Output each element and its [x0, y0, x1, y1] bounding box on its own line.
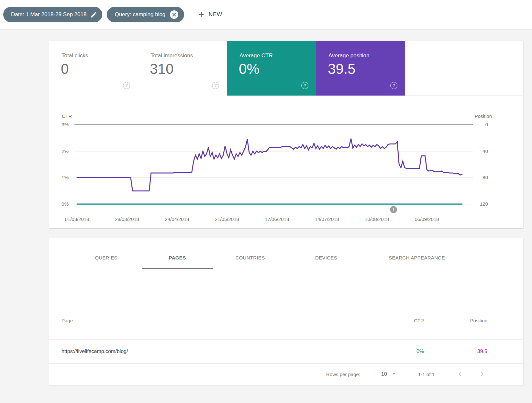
pagination-range-label: 1-1 of 1 [418, 372, 435, 377]
average-position-card[interactable]: Average position 39.5 ? [316, 41, 405, 96]
svg-text:CTR: CTR [62, 113, 72, 119]
svg-text:28/03/2018: 28/03/2018 [115, 216, 139, 222]
dimension-tabs: QUERIES PAGES COUNTRIES DEVICES SEARCH A… [49, 238, 523, 269]
svg-text:3%: 3% [61, 122, 69, 127]
svg-text:0: 0 [485, 122, 488, 127]
tab-queries[interactable]: QUERIES [71, 238, 142, 269]
rows-per-page-label: Rows per page: [326, 372, 360, 377]
dropdown-caret-icon[interactable]: ▾ [393, 371, 395, 376]
svg-text:40: 40 [482, 148, 488, 154]
svg-text:24/04/2018: 24/04/2018 [165, 216, 189, 222]
help-icon[interactable]: ? [301, 82, 308, 89]
svg-text:1%: 1% [61, 175, 69, 180]
help-icon[interactable]: ? [123, 82, 130, 89]
metric-row-filler [405, 41, 523, 95]
performance-chart: CTRPosition3%2%1%0%0408012001/03/201828/… [49, 104, 523, 228]
filter-bar: Date: 1 Mar 2018-29 Sep 2018 Query: camp… [0, 0, 532, 29]
ctr-position-line-chart: CTRPosition3%2%1%0%0408012001/03/201828/… [49, 104, 523, 228]
performance-card: Total clicks 0 ? Total impressions 310 ?… [49, 41, 523, 228]
total-clicks-card[interactable]: Total clicks 0 ? [49, 41, 138, 96]
svg-text:120: 120 [480, 201, 488, 207]
svg-text:17/06/2018: 17/06/2018 [265, 216, 289, 222]
svg-text:10/08/2018: 10/08/2018 [365, 216, 389, 222]
date-filter-chip[interactable]: Date: 1 Mar 2018-29 Sep 2018 [3, 7, 102, 22]
previous-page-button[interactable]: ‹ [458, 367, 462, 379]
svg-text:01/03/2018: 01/03/2018 [65, 216, 89, 222]
average-ctr-card[interactable]: Average CTR 0% ? [227, 41, 316, 96]
svg-text:Position: Position [475, 113, 492, 119]
new-filter-button[interactable]: + NEW [198, 10, 222, 19]
divider [49, 363, 523, 364]
total-clicks-value: 0 [61, 61, 69, 77]
average-ctr-label: Average CTR [239, 52, 273, 59]
svg-text:06/09/2018: 06/09/2018 [415, 216, 439, 222]
total-impressions-card[interactable]: Total impressions 310 ? [138, 41, 227, 96]
column-header-ctr[interactable]: CTR [392, 318, 424, 323]
edit-pencil-icon[interactable] [91, 12, 96, 17]
table-row-ctr-value: 0% [392, 349, 424, 354]
query-filter-chip[interactable]: Query: camping blog [107, 7, 184, 22]
query-filter-label: Query: camping blog [115, 11, 165, 18]
help-icon[interactable]: ? [390, 82, 397, 89]
average-position-label: Average position [328, 52, 369, 59]
rows-per-page-select[interactable]: 10 [381, 371, 387, 377]
date-filter-label: Date: 1 Mar 2018-29 Sep 2018 [11, 11, 86, 18]
divider [49, 340, 523, 340]
table-row-position-value: 39.5 [455, 349, 487, 354]
column-header-page[interactable]: Page [61, 318, 73, 323]
help-icon[interactable]: ? [212, 82, 219, 89]
tab-search-appearance[interactable]: SEARCH APPEARANCE [365, 238, 469, 269]
average-position-value: 39.5 [328, 61, 356, 77]
total-impressions-label: Total impressions [150, 52, 193, 59]
tab-devices[interactable]: DEVICES [287, 238, 365, 269]
svg-text:0%: 0% [61, 201, 69, 207]
annotation-marker[interactable]: 1 [390, 206, 397, 213]
remove-filter-icon[interactable] [170, 10, 178, 19]
svg-text:80: 80 [482, 175, 488, 180]
svg-text:21/05/2018: 21/05/2018 [215, 216, 239, 222]
total-clicks-label: Total clicks [61, 52, 88, 59]
column-header-position[interactable]: Position [455, 318, 487, 323]
dimensions-card: QUERIES PAGES COUNTRIES DEVICES SEARCH A… [49, 238, 523, 386]
tab-countries[interactable]: COUNTRIES [213, 238, 287, 269]
svg-text:1: 1 [393, 208, 395, 212]
metric-cards-row: Total clicks 0 ? Total impressions 310 ?… [49, 41, 523, 96]
total-impressions-value: 310 [150, 61, 173, 77]
table-row-page-url[interactable]: https://livelifecamp.com/blog/ [61, 349, 128, 354]
svg-text:14/07/2018: 14/07/2018 [315, 216, 339, 222]
svg-text:2%: 2% [61, 148, 69, 154]
average-ctr-value: 0% [239, 61, 260, 77]
plus-icon: + [198, 10, 204, 19]
tab-pages[interactable]: PAGES [142, 238, 213, 269]
new-filter-label: NEW [209, 11, 222, 18]
next-page-button[interactable]: › [480, 367, 484, 379]
